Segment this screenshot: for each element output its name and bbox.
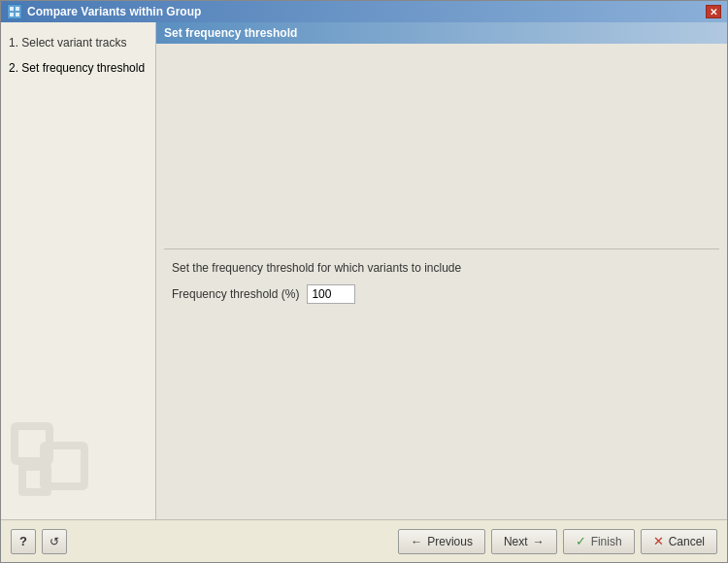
arrow-right-icon: →: [533, 535, 545, 548]
top-area: [156, 44, 727, 248]
sidebar-step-1: 1. Select variant tracks: [9, 34, 148, 51]
svg-rect-1: [16, 7, 19, 11]
next-button[interactable]: Next →: [491, 529, 557, 554]
next-label: Next: [504, 535, 528, 548]
sidebar-step-2: 2. Set frequency threshold: [9, 59, 148, 77]
previous-button[interactable]: ← Previous: [398, 529, 485, 554]
window-title: Compare Variants within Group: [27, 5, 706, 18]
window: Compare Variants within Group ✕ 1. Selec…: [0, 0, 728, 563]
watermark: [11, 422, 108, 500]
window-icon: [7, 4, 22, 19]
step1-label: Select variant tracks: [21, 36, 126, 50]
finish-button[interactable]: ✓ Finish: [563, 529, 635, 554]
main-header-label: Set frequency threshold: [164, 26, 297, 40]
help-button[interactable]: ?: [11, 529, 36, 554]
refresh-icon: ↺: [50, 535, 59, 548]
cancel-icon: ✕: [653, 534, 664, 548]
main-panel: Set frequency threshold Set the frequenc…: [156, 22, 727, 519]
cancel-button[interactable]: ✕ Cancel: [641, 529, 717, 554]
svg-rect-2: [10, 13, 14, 17]
svg-rect-0: [10, 7, 14, 11]
frequency-input[interactable]: [307, 284, 355, 304]
bottom-bar: ? ↺ ← Previous Next → ✓ Finish ✕ Cancel: [1, 519, 727, 562]
step2-number: 2.: [9, 61, 21, 75]
step1-number: 1.: [9, 36, 21, 50]
content-area: 1. Select variant tracks 2. Set frequenc…: [1, 22, 727, 519]
close-button[interactable]: ✕: [706, 5, 721, 18]
arrow-left-icon: ←: [411, 535, 422, 548]
sidebar: 1. Select variant tracks 2. Set frequenc…: [1, 22, 156, 519]
main-body: Set the frequency threshold for which va…: [156, 44, 727, 519]
frequency-section: Set the frequency threshold for which va…: [156, 249, 727, 315]
check-icon: ✓: [576, 534, 586, 548]
frequency-label: Frequency threshold (%): [172, 287, 299, 301]
cancel-label: Cancel: [669, 535, 705, 548]
frequency-description: Set the frequency threshold for which va…: [172, 261, 711, 275]
previous-label: Previous: [427, 535, 473, 548]
finish-label: Finish: [591, 535, 622, 548]
frequency-row: Frequency threshold (%): [172, 284, 711, 304]
step2-label: Set frequency threshold: [21, 61, 145, 75]
title-bar: Compare Variants within Group ✕: [1, 1, 727, 22]
refresh-button[interactable]: ↺: [42, 529, 67, 554]
bottom-area: [156, 315, 727, 520]
main-header: Set frequency threshold: [156, 22, 727, 44]
svg-rect-3: [16, 13, 19, 17]
